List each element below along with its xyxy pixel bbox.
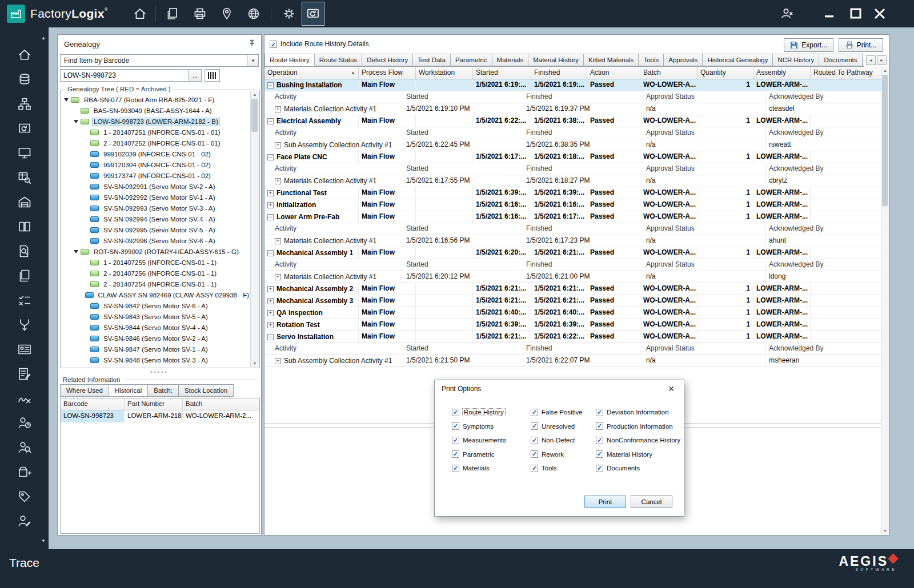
sidebar-scroll-down-icon[interactable]: ▼ [41, 538, 46, 543]
tree-node-2-201407256-inforce-cns-01-1[interactable]: 2 - 201407256 (INFORCE-CNS-01 - 1) [61, 268, 251, 279]
collapse-toggle-icon[interactable]: − [267, 82, 274, 88]
home-button[interactable] [129, 2, 151, 25]
pin-icon[interactable] [248, 39, 255, 49]
tree-node-sv-sn-9848-servo-motor-sv-3-a[interactable]: SV-SN-9848 (Servo Motor SV-3 - A) [61, 355, 251, 365]
tree-node-999102039-inforce-cns-01-02[interactable]: 999102039 (INFORCE-CNS-01 - 02) [61, 148, 251, 159]
sidebar-item-genealogy-tree[interactable] [0, 92, 49, 117]
column-header-action[interactable]: Action [587, 67, 640, 79]
collapse-triangle-icon[interactable] [73, 120, 79, 123]
expand-toggle-icon[interactable]: + [267, 298, 274, 304]
settings-gear-button[interactable] [278, 2, 300, 25]
sidebar-item-document-search[interactable] [0, 240, 49, 264]
dialog-checkbox-rework[interactable]: ✓Rework [531, 448, 583, 462]
column-header-assembly[interactable]: Assembly [753, 67, 811, 79]
activity-row-sub-assembly-collection-activity-1[interactable]: +Sub Assembly Collection Activity #11/5/… [264, 355, 883, 367]
tab-material-history[interactable]: Material History [528, 54, 584, 66]
expand-toggle-icon[interactable]: + [267, 286, 274, 292]
scroll-down-icon[interactable]: ▼ [881, 527, 889, 534]
barcode-scan-button[interactable] [205, 69, 220, 82]
tab-documents[interactable]: Documents [819, 54, 862, 66]
tree-node-1-201407251-inforce-cns-01-01[interactable]: 1 - 201407251 (INFORCE-CNS-01 - 01) [61, 127, 251, 138]
tree-node-sv-sn-9847-servo-motor-sv-1-a[interactable]: SV-SN-9847 (Servo Motor SV-1 - A) [61, 344, 251, 355]
tab-ce[interactable]: Ce [863, 54, 864, 66]
sidebar-item-label-tag[interactable] [0, 485, 49, 510]
collapse-triangle-icon[interactable] [73, 250, 79, 253]
related-column-barcode[interactable]: Barcode [61, 398, 125, 410]
tree-node-claw-assy-sn-982469-claw-assy-0299[interactable]: CLAW-ASSY-SN-982469 (CLAW-ASSY-029938 - … [61, 289, 251, 300]
tree-node-low-sn-998723-lower-arm-2182-b[interactable]: LOW-SN-998723 (LOWER-ARM-2182 - B) [61, 116, 251, 127]
tree-node-2-201407252-inforce-cns-01-01[interactable]: 2 - 201407252 (INFORCE-CNS-01 - 01) [61, 138, 251, 148]
column-header-routed-to-pathway[interactable]: Routed To Pathway [811, 67, 883, 79]
related-tab-historical[interactable]: Historical [109, 384, 147, 397]
tree-node-rot-sn-399002-rotary-head-assy-615[interactable]: ROT-SN-399002 (ROTARY-HEAD-ASSY-615 - G) [61, 246, 251, 257]
documents-button[interactable] [161, 2, 184, 25]
location-pin-button[interactable] [215, 2, 238, 25]
expand-toggle-icon[interactable]: + [267, 190, 274, 196]
scroll-thumb[interactable] [882, 75, 888, 206]
sidebar-item-id-card[interactable] [0, 338, 49, 363]
tab-defect-history[interactable]: Defect History [362, 54, 413, 66]
sidebar-item-work-instructions[interactable] [0, 363, 49, 387]
collapse-toggle-icon[interactable]: − [267, 250, 274, 256]
printer-button[interactable] [189, 2, 211, 25]
expand-toggle-icon[interactable]: + [275, 178, 281, 184]
tab-materials[interactable]: Materials [492, 54, 529, 66]
tab-kitted-materials[interactable]: Kitted Materials [584, 54, 639, 66]
sidebar-item-device-monitor[interactable] [0, 142, 49, 166]
expand-toggle-icon[interactable]: + [267, 202, 274, 208]
column-header-started[interactable]: Started [473, 67, 531, 79]
collapse-toggle-icon[interactable]: − [267, 334, 274, 340]
dialog-close-icon[interactable]: × [666, 384, 677, 394]
sidebar-item-data-grid-search[interactable] [0, 166, 49, 191]
sidebar-item-production-data[interactable] [0, 68, 49, 92]
dialog-checkbox-documents[interactable]: ✓Documents [596, 461, 680, 476]
related-tab-stock-location[interactable]: Stock Location [178, 384, 234, 397]
dialog-checkbox-measurements[interactable]: ✓Measurements [452, 433, 506, 448]
sidebar-item-warehouse[interactable] [0, 191, 49, 215]
operation-row-servo-installation[interactable]: −Servo InstallationMain Flow1/5/2021 6:2… [264, 331, 883, 343]
dialog-checkbox-symptoms[interactable]: ✓Symptoms [452, 420, 506, 434]
tree-node-sv-sn-9843-servo-motor-sv-5-a[interactable]: SV-SN-9843 (Servo Motor SV-5 - A) [61, 311, 251, 322]
scroll-thumb[interactable] [251, 99, 258, 132]
grid-scrollbar[interactable]: ▲ ▼ [881, 67, 889, 534]
dialog-checkbox-non-defect[interactable]: ✓Non-Defect [531, 433, 583, 448]
sidebar-item-documentation-book[interactable] [0, 215, 49, 240]
activity-row-materials-collection-activity-1[interactable]: +Materials Collection Activity #11/5/202… [264, 271, 883, 283]
collapse-toggle-icon[interactable]: − [267, 214, 274, 220]
dialog-checkbox-false-positive[interactable]: ✓False Positive [531, 405, 583, 420]
tree-node-bas-sn-993049-base-assy-1644-a[interactable]: BAS-SN-993049 (BASE-ASSY-1644 - A) [61, 105, 251, 116]
tree-node-sv-sn-9842-servo-motor-sv-6-a[interactable]: SV-SN-9842 (Servo Motor SV-6 - A) [61, 300, 251, 311]
barcode-input[interactable] [60, 69, 189, 82]
sidebar-item-copy-pages[interactable] [0, 264, 49, 289]
dialog-checkbox-route-history[interactable]: ✓Route History [452, 405, 506, 420]
print-button[interactable]: Print... [839, 38, 883, 52]
user-logoff-button[interactable] [776, 2, 799, 25]
tree-node-sv-sn-092996-servo-motor-sv-6-a[interactable]: SV-SN-092996 (Servo Motor SV-6 - A) [61, 235, 251, 246]
operation-row-qa-inspection[interactable]: +QA InspectionMain Flow1/5/2021 6:40:...… [264, 307, 883, 319]
export-button[interactable]: Export... [784, 38, 833, 52]
expand-toggle-icon[interactable]: + [275, 274, 281, 280]
scroll-up-icon[interactable]: ▲ [251, 91, 259, 98]
close-button[interactable] [868, 2, 891, 25]
collapse-triangle-icon[interactable] [63, 98, 69, 102]
operation-row-functional-test[interactable]: +Functional TestMain Flow1/5/2021 6:39:.… [264, 187, 883, 199]
tab-ncr-history[interactable]: NCR History [773, 54, 819, 66]
tree-node-999120304-inforce-cns-01-02[interactable]: 999120304 (INFORCE-CNS-01 - 02) [61, 159, 251, 170]
collapse-toggle-icon[interactable]: − [267, 154, 274, 160]
dialog-checkbox-material-history[interactable]: ✓Material History [596, 448, 680, 462]
column-header-process-flow[interactable]: Process Flow [359, 67, 416, 79]
tree-node-sv-sn-092995-servo-motor-sv-5-a[interactable]: SV-SN-092995 (Servo Motor SV-5 - A) [61, 224, 251, 235]
sidebar-item-lot-return[interactable] [0, 117, 49, 142]
expand-toggle-icon[interactable]: + [275, 142, 281, 148]
column-header-finished[interactable]: Finished [531, 67, 587, 79]
dialog-checkbox-unresolved[interactable]: ✓Unresolved [531, 420, 583, 434]
tab-test-data[interactable]: Test Data [413, 54, 451, 66]
tabs-scroll-left-icon[interactable]: ◄ [866, 55, 876, 65]
operation-row-mechanical-assembly-3[interactable]: +Mechanical Assembly 3Main Flow1/5/2021 … [264, 295, 883, 307]
activity-row-sub-assembly-collection-activity-1[interactable]: +Sub Assembly Collection Activity #11/5/… [264, 139, 883, 151]
expand-toggle-icon[interactable]: + [267, 310, 274, 316]
minimize-button[interactable] [818, 2, 841, 25]
tree-node-sv-sn-9844-servo-motor-sv-4-a[interactable]: SV-SN-9844 (Servo Motor SV-4 - A) [61, 322, 251, 333]
dialog-checkbox-production-information[interactable]: ✓Production Information [596, 420, 680, 434]
expand-toggle-icon[interactable]: + [275, 238, 281, 244]
